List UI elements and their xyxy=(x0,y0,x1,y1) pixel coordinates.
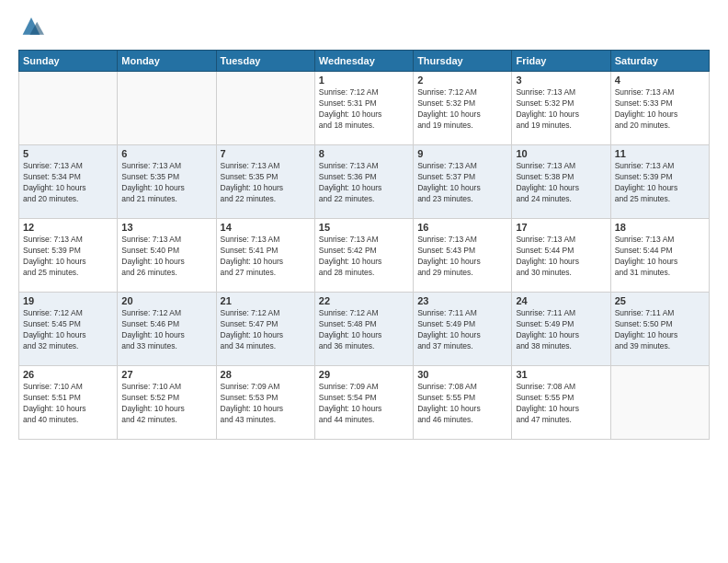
calendar-day-cell: 10Sunrise: 7:13 AM Sunset: 5:38 PM Dayli… xyxy=(512,145,610,219)
calendar-day-cell: 31Sunrise: 7:08 AM Sunset: 5:55 PM Dayli… xyxy=(512,366,610,440)
day-info: Sunrise: 7:13 AM Sunset: 5:35 PM Dayligh… xyxy=(121,161,185,203)
day-number: 29 xyxy=(319,369,409,380)
day-number: 1 xyxy=(319,75,409,86)
calendar-day-cell: 16Sunrise: 7:13 AM Sunset: 5:43 PM Dayli… xyxy=(414,219,512,293)
calendar-day-cell: 30Sunrise: 7:08 AM Sunset: 5:55 PM Dayli… xyxy=(414,366,512,440)
calendar-day-cell: 15Sunrise: 7:13 AM Sunset: 5:42 PM Dayli… xyxy=(314,219,413,293)
day-info: Sunrise: 7:08 AM Sunset: 5:55 PM Dayligh… xyxy=(417,382,481,424)
calendar-day-cell: 19Sunrise: 7:12 AM Sunset: 5:45 PM Dayli… xyxy=(19,293,118,366)
day-info: Sunrise: 7:13 AM Sunset: 5:44 PM Dayligh… xyxy=(516,235,579,277)
weekday-header-friday: Friday xyxy=(512,51,610,72)
logo xyxy=(18,15,48,40)
calendar-day-cell: 4Sunrise: 7:13 AM Sunset: 5:33 PM Daylig… xyxy=(610,72,709,145)
day-number: 15 xyxy=(319,222,409,233)
day-number: 10 xyxy=(516,148,606,159)
day-info: Sunrise: 7:12 AM Sunset: 5:31 PM Dayligh… xyxy=(319,87,382,130)
day-number: 4 xyxy=(615,75,705,86)
calendar-day-cell: 14Sunrise: 7:13 AM Sunset: 5:41 PM Dayli… xyxy=(216,219,314,293)
calendar-day-cell xyxy=(610,366,709,440)
day-number: 11 xyxy=(615,148,705,159)
calendar-day-cell: 9Sunrise: 7:13 AM Sunset: 5:37 PM Daylig… xyxy=(414,145,512,219)
calendar-week-row: 5Sunrise: 7:13 AM Sunset: 5:34 PM Daylig… xyxy=(19,145,710,219)
day-info: Sunrise: 7:13 AM Sunset: 5:40 PM Dayligh… xyxy=(121,235,185,277)
weekday-header-sunday: Sunday xyxy=(19,51,118,72)
day-number: 5 xyxy=(23,148,113,159)
day-number: 22 xyxy=(319,295,409,306)
day-info: Sunrise: 7:13 AM Sunset: 5:35 PM Dayligh… xyxy=(221,161,284,203)
day-number: 16 xyxy=(417,222,507,233)
day-number: 19 xyxy=(23,295,113,306)
page: SundayMondayTuesdayWednesdayThursdayFrid… xyxy=(0,0,728,563)
calendar-day-cell: 27Sunrise: 7:10 AM Sunset: 5:52 PM Dayli… xyxy=(118,366,216,440)
weekday-header-monday: Monday xyxy=(118,51,216,72)
day-info: Sunrise: 7:09 AM Sunset: 5:54 PM Dayligh… xyxy=(319,382,382,424)
day-info: Sunrise: 7:13 AM Sunset: 5:39 PM Dayligh… xyxy=(615,161,678,203)
calendar-day-cell: 22Sunrise: 7:12 AM Sunset: 5:48 PM Dayli… xyxy=(314,293,413,366)
day-info: Sunrise: 7:13 AM Sunset: 5:39 PM Dayligh… xyxy=(23,235,86,277)
calendar-day-cell: 12Sunrise: 7:13 AM Sunset: 5:39 PM Dayli… xyxy=(19,219,118,293)
calendar-day-cell: 1Sunrise: 7:12 AM Sunset: 5:31 PM Daylig… xyxy=(314,72,413,145)
day-info: Sunrise: 7:13 AM Sunset: 5:34 PM Dayligh… xyxy=(23,161,86,203)
calendar-day-cell: 2Sunrise: 7:12 AM Sunset: 5:32 PM Daylig… xyxy=(414,72,512,145)
calendar-day-cell: 6Sunrise: 7:13 AM Sunset: 5:35 PM Daylig… xyxy=(118,145,216,219)
day-info: Sunrise: 7:11 AM Sunset: 5:49 PM Dayligh… xyxy=(417,308,481,350)
day-number: 12 xyxy=(23,222,113,233)
day-info: Sunrise: 7:13 AM Sunset: 5:42 PM Dayligh… xyxy=(319,235,382,277)
day-number: 23 xyxy=(417,295,507,306)
weekday-header-row: SundayMondayTuesdayWednesdayThursdayFrid… xyxy=(19,51,710,72)
day-number: 30 xyxy=(417,369,507,380)
day-info: Sunrise: 7:13 AM Sunset: 5:38 PM Dayligh… xyxy=(516,161,579,203)
day-number: 20 xyxy=(121,295,211,306)
day-info: Sunrise: 7:13 AM Sunset: 5:41 PM Dayligh… xyxy=(221,235,284,277)
calendar-day-cell: 21Sunrise: 7:12 AM Sunset: 5:47 PM Dayli… xyxy=(216,293,314,366)
calendar-day-cell: 20Sunrise: 7:12 AM Sunset: 5:46 PM Dayli… xyxy=(118,293,216,366)
header xyxy=(18,15,710,40)
day-info: Sunrise: 7:12 AM Sunset: 5:48 PM Dayligh… xyxy=(319,308,382,350)
calendar-week-row: 26Sunrise: 7:10 AM Sunset: 5:51 PM Dayli… xyxy=(19,366,710,440)
day-number: 13 xyxy=(121,222,211,233)
calendar-table: SundayMondayTuesdayWednesdayThursdayFrid… xyxy=(18,50,710,440)
day-number: 26 xyxy=(23,369,113,380)
calendar-day-cell: 29Sunrise: 7:09 AM Sunset: 5:54 PM Dayli… xyxy=(314,366,413,440)
weekday-header-saturday: Saturday xyxy=(610,51,709,72)
calendar-day-cell: 8Sunrise: 7:13 AM Sunset: 5:36 PM Daylig… xyxy=(314,145,413,219)
day-number: 7 xyxy=(221,148,311,159)
day-info: Sunrise: 7:13 AM Sunset: 5:32 PM Dayligh… xyxy=(516,87,579,130)
calendar-day-cell: 5Sunrise: 7:13 AM Sunset: 5:34 PM Daylig… xyxy=(19,145,118,219)
calendar-day-cell: 3Sunrise: 7:13 AM Sunset: 5:32 PM Daylig… xyxy=(512,72,610,145)
day-number: 3 xyxy=(516,75,606,86)
day-info: Sunrise: 7:11 AM Sunset: 5:50 PM Dayligh… xyxy=(615,308,678,350)
day-number: 24 xyxy=(516,295,606,306)
calendar-day-cell: 28Sunrise: 7:09 AM Sunset: 5:53 PM Dayli… xyxy=(216,366,314,440)
day-info: Sunrise: 7:13 AM Sunset: 5:36 PM Dayligh… xyxy=(319,161,382,203)
calendar-day-cell xyxy=(19,72,118,145)
day-info: Sunrise: 7:13 AM Sunset: 5:43 PM Dayligh… xyxy=(417,235,481,277)
weekday-header-tuesday: Tuesday xyxy=(216,51,314,72)
calendar-day-cell: 25Sunrise: 7:11 AM Sunset: 5:50 PM Dayli… xyxy=(610,293,709,366)
day-info: Sunrise: 7:09 AM Sunset: 5:53 PM Dayligh… xyxy=(221,382,284,424)
day-number: 14 xyxy=(221,222,311,233)
calendar-day-cell: 24Sunrise: 7:11 AM Sunset: 5:49 PM Dayli… xyxy=(512,293,610,366)
day-number: 17 xyxy=(516,222,606,233)
day-number: 18 xyxy=(615,222,705,233)
day-info: Sunrise: 7:10 AM Sunset: 5:52 PM Dayligh… xyxy=(121,382,185,424)
calendar-week-row: 12Sunrise: 7:13 AM Sunset: 5:39 PM Dayli… xyxy=(19,219,710,293)
day-info: Sunrise: 7:11 AM Sunset: 5:49 PM Dayligh… xyxy=(516,308,579,350)
calendar-week-row: 19Sunrise: 7:12 AM Sunset: 5:45 PM Dayli… xyxy=(19,293,710,366)
day-info: Sunrise: 7:13 AM Sunset: 5:44 PM Dayligh… xyxy=(615,235,678,277)
calendar-day-cell: 18Sunrise: 7:13 AM Sunset: 5:44 PM Dayli… xyxy=(610,219,709,293)
day-number: 8 xyxy=(319,148,409,159)
calendar-day-cell: 11Sunrise: 7:13 AM Sunset: 5:39 PM Dayli… xyxy=(610,145,709,219)
logo-icon xyxy=(18,15,44,40)
calendar-day-cell xyxy=(118,72,216,145)
calendar-day-cell xyxy=(216,72,314,145)
day-number: 27 xyxy=(121,369,211,380)
day-number: 31 xyxy=(516,369,606,380)
calendar-day-cell: 13Sunrise: 7:13 AM Sunset: 5:40 PM Dayli… xyxy=(118,219,216,293)
day-info: Sunrise: 7:12 AM Sunset: 5:46 PM Dayligh… xyxy=(121,308,185,350)
day-info: Sunrise: 7:10 AM Sunset: 5:51 PM Dayligh… xyxy=(23,382,86,424)
calendar-day-cell: 26Sunrise: 7:10 AM Sunset: 5:51 PM Dayli… xyxy=(19,366,118,440)
day-info: Sunrise: 7:08 AM Sunset: 5:55 PM Dayligh… xyxy=(516,382,579,424)
day-number: 21 xyxy=(221,295,311,306)
weekday-header-thursday: Thursday xyxy=(414,51,512,72)
